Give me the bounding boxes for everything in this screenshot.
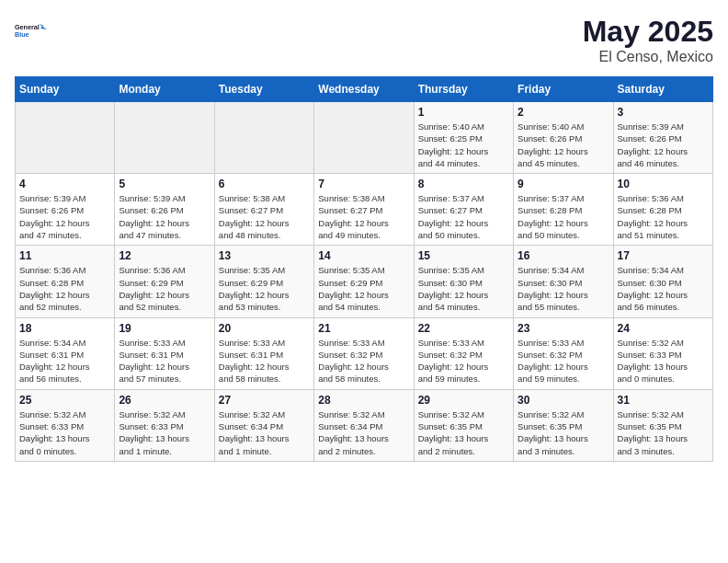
cell-2-1: 12Sunrise: 5:36 AM Sunset: 6:29 PM Dayli… [115, 246, 214, 317]
day-info: Sunrise: 5:32 AM Sunset: 6:33 PM Dayligh… [19, 408, 110, 457]
day-info: Sunrise: 5:34 AM Sunset: 6:30 PM Dayligh… [618, 264, 709, 313]
day-info: Sunrise: 5:34 AM Sunset: 6:31 PM Dayligh… [19, 337, 110, 385]
day-number: 28 [318, 394, 409, 407]
week-row-3: 18Sunrise: 5:34 AM Sunset: 6:31 PM Dayli… [16, 317, 713, 389]
week-row-4: 25Sunrise: 5:32 AM Sunset: 6:33 PM Dayli… [16, 389, 713, 461]
day-number: 27 [219, 394, 310, 407]
cell-3-1: 19Sunrise: 5:33 AM Sunset: 6:31 PM Dayli… [115, 317, 214, 389]
day-info: Sunrise: 5:36 AM Sunset: 6:28 PM Dayligh… [618, 192, 709, 241]
header-sunday: Sunday [16, 77, 115, 102]
day-info: Sunrise: 5:32 AM Sunset: 6:34 PM Dayligh… [219, 408, 310, 457]
day-number: 16 [518, 249, 609, 262]
day-info: Sunrise: 5:32 AM Sunset: 6:35 PM Dayligh… [618, 408, 709, 457]
calendar-table: Sunday Monday Tuesday Wednesday Thursday… [15, 76, 713, 462]
day-number: 24 [618, 322, 709, 335]
day-info: Sunrise: 5:33 AM Sunset: 6:32 PM Dayligh… [418, 337, 509, 385]
day-number: 4 [19, 178, 110, 190]
header-friday: Friday [514, 77, 613, 102]
svg-text:General: General [15, 23, 40, 31]
week-row-0: 1Sunrise: 5:40 AM Sunset: 6:25 PM Daylig… [16, 102, 713, 174]
day-number: 6 [219, 178, 310, 190]
cell-0-5: 2Sunrise: 5:40 AM Sunset: 6:26 PM Daylig… [514, 102, 613, 174]
day-info: Sunrise: 5:32 AM Sunset: 6:34 PM Dayligh… [318, 408, 409, 457]
day-number: 5 [119, 178, 210, 190]
cell-3-3: 21Sunrise: 5:33 AM Sunset: 6:32 PM Dayli… [314, 317, 414, 389]
cell-1-6: 10Sunrise: 5:36 AM Sunset: 6:28 PM Dayli… [613, 174, 712, 246]
cell-0-2 [214, 102, 313, 174]
cell-2-3: 14Sunrise: 5:35 AM Sunset: 6:29 PM Dayli… [314, 246, 414, 317]
cell-3-4: 22Sunrise: 5:33 AM Sunset: 6:32 PM Dayli… [414, 317, 513, 389]
cell-4-6: 31Sunrise: 5:32 AM Sunset: 6:35 PM Dayli… [613, 389, 712, 461]
svg-text:Blue: Blue [15, 30, 29, 39]
day-info: Sunrise: 5:35 AM Sunset: 6:29 PM Dayligh… [318, 264, 409, 313]
day-info: Sunrise: 5:34 AM Sunset: 6:30 PM Dayligh… [518, 264, 609, 313]
calendar-header: GeneralBlue May 2025 El Censo, Mexico [15, 15, 713, 65]
day-number: 26 [119, 394, 210, 407]
cell-3-0: 18Sunrise: 5:34 AM Sunset: 6:31 PM Dayli… [16, 317, 115, 389]
cell-1-2: 6Sunrise: 5:38 AM Sunset: 6:27 PM Daylig… [214, 174, 313, 246]
day-number: 10 [618, 178, 709, 190]
day-number: 15 [418, 249, 509, 262]
day-info: Sunrise: 5:33 AM Sunset: 6:31 PM Dayligh… [119, 337, 210, 385]
day-info: Sunrise: 5:40 AM Sunset: 6:26 PM Dayligh… [518, 121, 609, 169]
header-monday: Monday [115, 77, 214, 102]
cell-1-1: 5Sunrise: 5:39 AM Sunset: 6:26 PM Daylig… [115, 174, 214, 246]
header-thursday: Thursday [414, 77, 513, 102]
day-info: Sunrise: 5:32 AM Sunset: 6:33 PM Dayligh… [119, 408, 210, 457]
cell-4-3: 28Sunrise: 5:32 AM Sunset: 6:34 PM Dayli… [314, 389, 414, 461]
cell-1-0: 4Sunrise: 5:39 AM Sunset: 6:26 PM Daylig… [16, 174, 115, 246]
cell-3-5: 23Sunrise: 5:33 AM Sunset: 6:32 PM Dayli… [514, 317, 613, 389]
day-info: Sunrise: 5:39 AM Sunset: 6:26 PM Dayligh… [618, 121, 709, 169]
day-number: 30 [518, 394, 609, 407]
day-info: Sunrise: 5:35 AM Sunset: 6:30 PM Dayligh… [418, 264, 509, 313]
day-info: Sunrise: 5:38 AM Sunset: 6:27 PM Dayligh… [219, 192, 310, 241]
cell-4-4: 29Sunrise: 5:32 AM Sunset: 6:35 PM Dayli… [414, 389, 513, 461]
cell-2-6: 17Sunrise: 5:34 AM Sunset: 6:30 PM Dayli… [613, 246, 712, 317]
cell-0-4: 1Sunrise: 5:40 AM Sunset: 6:25 PM Daylig… [414, 102, 513, 174]
day-number: 14 [318, 249, 409, 262]
day-number: 31 [618, 394, 709, 407]
cell-1-5: 9Sunrise: 5:37 AM Sunset: 6:28 PM Daylig… [514, 174, 613, 246]
cell-2-2: 13Sunrise: 5:35 AM Sunset: 6:29 PM Dayli… [214, 246, 313, 317]
day-number: 8 [418, 178, 509, 190]
cell-2-0: 11Sunrise: 5:36 AM Sunset: 6:28 PM Dayli… [16, 246, 115, 317]
day-info: Sunrise: 5:35 AM Sunset: 6:29 PM Dayligh… [219, 264, 310, 313]
day-number: 20 [219, 322, 310, 335]
cell-1-3: 7Sunrise: 5:38 AM Sunset: 6:27 PM Daylig… [314, 174, 414, 246]
day-number: 18 [19, 322, 110, 335]
day-info: Sunrise: 5:36 AM Sunset: 6:29 PM Dayligh… [119, 264, 210, 313]
calendar-subtitle: El Censo, Mexico [583, 49, 713, 65]
cell-4-5: 30Sunrise: 5:32 AM Sunset: 6:35 PM Dayli… [514, 389, 613, 461]
day-number: 12 [119, 249, 210, 262]
day-number: 19 [119, 322, 210, 335]
cell-0-6: 3Sunrise: 5:39 AM Sunset: 6:26 PM Daylig… [613, 102, 712, 174]
day-info: Sunrise: 5:32 AM Sunset: 6:35 PM Dayligh… [418, 408, 509, 457]
header-wednesday: Wednesday [314, 77, 414, 102]
cell-0-0 [16, 102, 115, 174]
cell-2-5: 16Sunrise: 5:34 AM Sunset: 6:30 PM Dayli… [514, 246, 613, 317]
day-number: 23 [518, 322, 609, 335]
cell-3-2: 20Sunrise: 5:33 AM Sunset: 6:31 PM Dayli… [214, 317, 313, 389]
weekday-header-row: Sunday Monday Tuesday Wednesday Thursday… [16, 77, 713, 102]
day-number: 21 [318, 322, 409, 335]
logo-icon: GeneralBlue [15, 15, 48, 48]
day-number: 7 [318, 178, 409, 190]
svg-marker-2 [39, 24, 47, 29]
day-number: 29 [418, 394, 509, 407]
day-number: 2 [518, 106, 609, 119]
cell-3-6: 24Sunrise: 5:32 AM Sunset: 6:33 PM Dayli… [613, 317, 712, 389]
cell-1-4: 8Sunrise: 5:37 AM Sunset: 6:27 PM Daylig… [414, 174, 513, 246]
header-saturday: Saturday [613, 77, 712, 102]
cell-4-2: 27Sunrise: 5:32 AM Sunset: 6:34 PM Dayli… [214, 389, 313, 461]
cell-0-3 [314, 102, 414, 174]
cell-4-1: 26Sunrise: 5:32 AM Sunset: 6:33 PM Dayli… [115, 389, 214, 461]
cell-2-4: 15Sunrise: 5:35 AM Sunset: 6:30 PM Dayli… [414, 246, 513, 317]
day-info: Sunrise: 5:39 AM Sunset: 6:26 PM Dayligh… [119, 192, 210, 241]
header-tuesday: Tuesday [214, 77, 313, 102]
week-row-2: 11Sunrise: 5:36 AM Sunset: 6:28 PM Dayli… [16, 246, 713, 317]
day-number: 9 [518, 178, 609, 190]
day-info: Sunrise: 5:39 AM Sunset: 6:26 PM Dayligh… [19, 192, 110, 241]
cell-0-1 [115, 102, 214, 174]
day-info: Sunrise: 5:38 AM Sunset: 6:27 PM Dayligh… [318, 192, 409, 241]
day-info: Sunrise: 5:32 AM Sunset: 6:35 PM Dayligh… [518, 408, 609, 457]
